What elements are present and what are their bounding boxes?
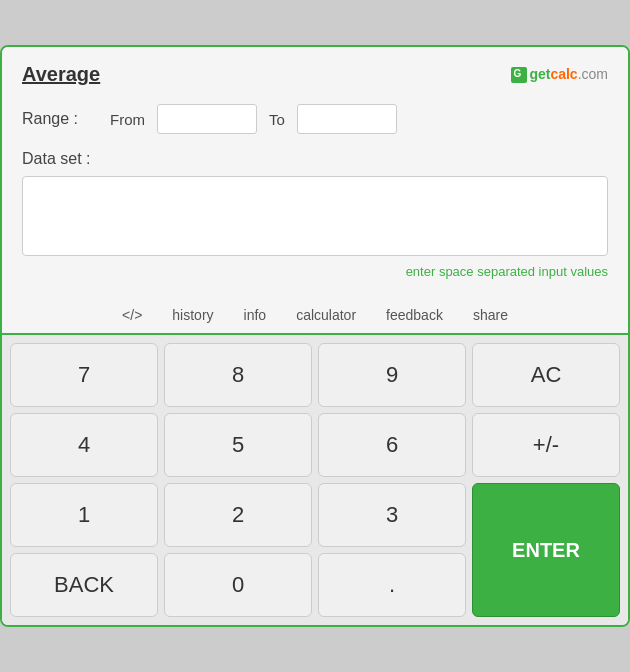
logo-dot: .com [578,66,608,82]
key-1[interactable]: 1 [10,483,158,547]
key-6[interactable]: 6 [318,413,466,477]
key-ac[interactable]: AC [472,343,620,407]
calculator-container: Average getcalc.com Range : From To Data… [0,45,630,627]
nav-row: </> history info calculator feedback sha… [2,297,628,335]
logo-icon [511,67,527,83]
nav-info[interactable]: info [244,307,267,323]
key-plusminus[interactable]: +/- [472,413,620,477]
dataset-textarea[interactable] [22,176,608,256]
nav-embed[interactable]: </> [122,307,142,323]
range-row: Range : From To [22,104,608,134]
range-to-input[interactable] [297,104,397,134]
keypad: 7 8 9 AC 4 5 6 +/- 1 2 3 ENTER BACK 0 . [2,335,628,625]
nav-feedback[interactable]: feedback [386,307,443,323]
logo: getcalc.com [511,66,608,83]
key-2[interactable]: 2 [164,483,312,547]
key-back[interactable]: BACK [10,553,158,617]
key-0[interactable]: 0 [164,553,312,617]
header-row: Average getcalc.com [22,63,608,86]
logo-calc: calc [550,66,577,82]
range-label: Range : [22,110,78,128]
nav-share[interactable]: share [473,307,508,323]
top-section: Average getcalc.com Range : From To Data… [2,47,628,297]
range-from-input[interactable] [157,104,257,134]
key-9[interactable]: 9 [318,343,466,407]
range-to-label: To [269,111,285,128]
dataset-hint: enter space separated input values [22,264,608,279]
range-from-label: From [110,111,145,128]
logo-get: get [529,66,550,82]
dataset-label: Data set : [22,150,608,168]
key-7[interactable]: 7 [10,343,158,407]
page-title: Average [22,63,100,86]
nav-calculator[interactable]: calculator [296,307,356,323]
key-8[interactable]: 8 [164,343,312,407]
key-dot[interactable]: . [318,553,466,617]
key-enter[interactable]: ENTER [472,483,620,617]
key-3[interactable]: 3 [318,483,466,547]
key-4[interactable]: 4 [10,413,158,477]
key-5[interactable]: 5 [164,413,312,477]
nav-history[interactable]: history [172,307,213,323]
